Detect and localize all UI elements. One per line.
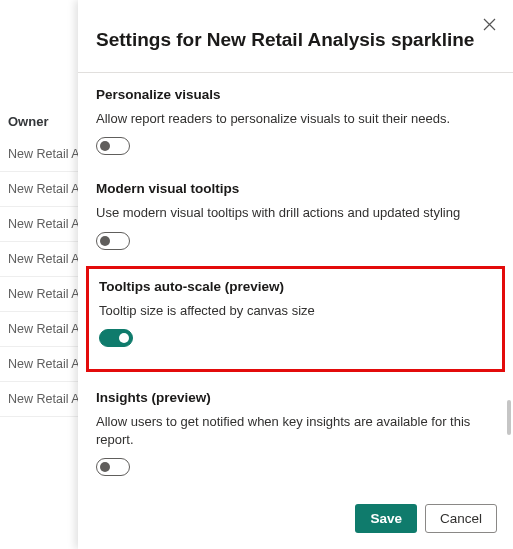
insights-toggle[interactable] xyxy=(96,458,130,476)
settings-panel: Settings for New Retail Analysis sparkli… xyxy=(78,0,513,549)
list-item[interactable]: New Retail Ana xyxy=(0,242,78,277)
list-item[interactable]: New Retail Ana xyxy=(0,172,78,207)
section-tooltips-autoscale: Tooltips auto-scale (preview) Tooltip si… xyxy=(99,275,492,360)
list-item[interactable]: New Retail Ana xyxy=(0,277,78,312)
section-desc: Use modern visual tooltips with drill ac… xyxy=(96,204,495,222)
owner-column-header: Owner xyxy=(0,110,78,137)
panel-body: Personalize visuals Allow report readers… xyxy=(78,72,513,494)
section-personalize-visuals: Personalize visuals Allow report readers… xyxy=(96,73,495,168)
panel-title: Settings for New Retail Analysis sparkli… xyxy=(96,28,495,52)
section-insights: Insights (preview) Allow users to get no… xyxy=(96,376,495,488)
save-button[interactable]: Save xyxy=(355,504,417,533)
section-title: Modern visual tooltips xyxy=(96,181,495,196)
section-desc: Allow report readers to personalize visu… xyxy=(96,110,495,128)
section-title: Tooltips auto-scale (preview) xyxy=(99,279,492,294)
tooltips-autoscale-toggle[interactable] xyxy=(99,329,133,347)
section-title: Insights (preview) xyxy=(96,390,495,405)
panel-header: Settings for New Retail Analysis sparkli… xyxy=(78,0,513,72)
list-item[interactable]: New Retail Ana xyxy=(0,137,78,172)
list-item[interactable]: New Retail Ana xyxy=(0,347,78,382)
background-list: Owner New Retail Ana New Retail Ana New … xyxy=(0,110,78,417)
section-default-summarizations: Default summarizations For aggregated fi… xyxy=(96,488,495,494)
close-button[interactable] xyxy=(479,14,499,34)
scrollbar-thumb[interactable] xyxy=(507,400,511,435)
panel-footer: Save Cancel xyxy=(78,494,513,549)
highlight-box: Tooltips auto-scale (preview) Tooltip si… xyxy=(86,266,505,373)
list-item[interactable]: New Retail Ana xyxy=(0,382,78,417)
list-item[interactable]: New Retail Ana xyxy=(0,207,78,242)
modern-tooltips-toggle[interactable] xyxy=(96,232,130,250)
section-title: Personalize visuals xyxy=(96,87,495,102)
section-modern-tooltips: Modern visual tooltips Use modern visual… xyxy=(96,167,495,262)
section-desc: Tooltip size is affected by canvas size xyxy=(99,302,492,320)
close-icon xyxy=(483,18,496,31)
list-item[interactable]: New Retail Ana xyxy=(0,312,78,347)
personalize-visuals-toggle[interactable] xyxy=(96,137,130,155)
section-desc: Allow users to get notified when key ins… xyxy=(96,413,495,448)
cancel-button[interactable]: Cancel xyxy=(425,504,497,533)
